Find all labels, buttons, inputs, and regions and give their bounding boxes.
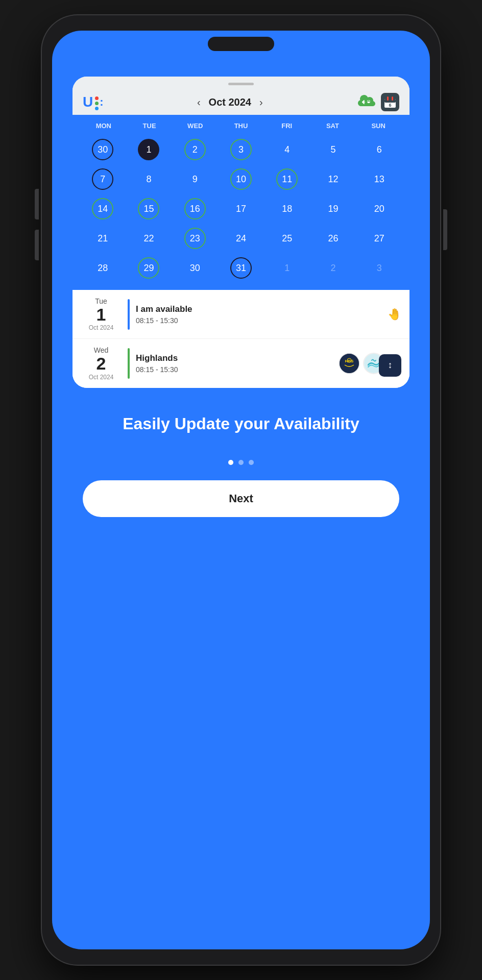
power-button[interactable] [443,209,447,250]
event-day-num-1: 1 [97,305,106,324]
calendar-day-3[interactable]: 3 [219,136,263,163]
day-header-fri: FRI [264,120,310,132]
next-month-button[interactable]: › [259,96,263,108]
calendar-day-27[interactable]: 27 [357,225,401,252]
svg-rect-4 [387,96,389,101]
calendar-day-25[interactable]: 25 [265,225,309,252]
cloud-sync-icon[interactable] [356,92,376,112]
event-month-year-1: Oct 2024 [89,324,114,331]
event-month-year-2: Oct 2024 [89,374,114,381]
calendar-day-21[interactable]: 21 [81,225,125,252]
calendar-day-12[interactable]: 12 [311,165,355,193]
calendar-day-28[interactable]: 28 [81,254,125,282]
dot-2[interactable] [238,460,244,465]
svg-point-7 [340,354,359,373]
calendar-body: MON TUE WED THU FRI SAT SUN 301234567891… [73,115,409,290]
main-title: Easily Update your Availability [102,413,380,435]
calendar-day-31[interactable]: 31 [219,254,263,282]
logo-dots [95,96,99,110]
notch [208,37,274,51]
calendar-day-20[interactable]: 20 [357,195,401,223]
event-bar-2 [128,348,130,379]
event-date-block-2: Wed 2 Oct 2024 [81,346,122,380]
page-dots [228,460,254,465]
calendar-day-8[interactable]: 8 [127,165,171,193]
calendar-day-6[interactable]: 6 [357,136,401,163]
logo-dot-blue [95,107,99,110]
day-header-tue: TUE [127,120,173,132]
calendar-day-17[interactable]: 17 [219,195,263,223]
header-icons: 6 [356,92,399,112]
dot-1[interactable] [228,460,233,465]
phone-screen: U : ‹ Oct 2024 › [52,31,430,949]
event-time-1: 08:15 - 15:30 [136,316,381,325]
scroll-toggle-button[interactable]: ↕ [379,354,401,377]
drag-handle-bar [228,83,254,85]
day-header-sat: SAT [310,120,356,132]
calendar-day-26[interactable]: 26 [311,225,355,252]
day-header-mon: MON [81,120,127,132]
calendar-day-7[interactable]: 7 [81,165,125,193]
calendar-day-2[interactable]: 2 [173,136,217,163]
event-item-1[interactable]: Tue 1 Oct 2024 I am available 08:15 - 15… [73,290,409,339]
calendar-day-15[interactable]: 15 [127,195,171,223]
calendar-day-2[interactable]: 2 [311,254,355,282]
event-day-name-1: Tue [95,297,107,305]
calendar-day-18[interactable]: 18 [265,195,309,223]
svg-rect-5 [392,96,393,101]
svg-text:HBS: HBS [345,359,354,363]
dot-3[interactable] [249,460,254,465]
event-item-2[interactable]: Wed 2 Oct 2024 Highlands 08:15 - 15:30 [73,339,409,387]
calendar-day-11[interactable]: 11 [265,165,309,193]
calendar-day-1[interactable]: 1 [265,254,309,282]
volume-up-button[interactable] [35,189,39,219]
calendar-day-19[interactable]: 19 [311,195,355,223]
drag-handle[interactable] [73,77,409,87]
day-header-wed: WED [172,120,218,132]
day-header-thu: THU [218,120,264,132]
calendar-day-5[interactable]: 5 [311,136,355,163]
event-icons-1: 🤚 [388,308,401,321]
calendar-day-23[interactable]: 23 [173,225,217,252]
event-time-2: 08:15 - 15:30 [136,365,332,374]
day-headers: MON TUE WED THU FRI SAT SUN [81,120,401,132]
school-badge-hbs: HBS [339,353,360,374]
calendar-day-3[interactable]: 3 [357,254,401,282]
calendar-day-22[interactable]: 22 [127,225,171,252]
calendar-day-29[interactable]: 29 [127,254,171,282]
event-day-num-2: 2 [97,354,106,373]
calendar-day-24[interactable]: 24 [219,225,263,252]
calendar-header: U : ‹ Oct 2024 › [73,87,409,115]
hand-raise-icon: 🤚 [388,308,401,321]
calendar-day-30[interactable]: 30 [173,254,217,282]
event-title-2: Highlands [136,353,332,363]
calendar-day-30[interactable]: 30 [81,136,125,163]
calendar-icon[interactable]: 6 [381,93,399,111]
svg-rect-3 [384,99,396,103]
month-navigation: ‹ Oct 2024 › [197,96,263,108]
event-info-1: I am available 08:15 - 15:30 [136,304,381,325]
logo-letter: U [83,95,93,109]
event-title-1: I am available [136,304,381,314]
calendar-day-4[interactable]: 4 [265,136,309,163]
calendar-day-9[interactable]: 9 [173,165,217,193]
day-header-sun: SUN [355,120,401,132]
svg-text:6: 6 [389,103,391,108]
logo-dot-red [95,96,99,100]
phone-frame: U : ‹ Oct 2024 › [42,15,440,965]
volume-down-button[interactable] [35,230,39,260]
calendar-grid: 3012345678910111213141516171819202122232… [81,136,401,282]
next-button[interactable]: Next [83,480,399,517]
event-info-2: Highlands 08:15 - 15:30 [136,353,332,374]
calendar-day-1[interactable]: 1 [127,136,171,163]
event-day-name-2: Wed [94,346,109,354]
calendar-day-13[interactable]: 13 [357,165,401,193]
calendar-day-10[interactable]: 10 [219,165,263,193]
content-area: U : ‹ Oct 2024 › [52,31,430,949]
calendar-day-14[interactable]: 14 [81,195,125,223]
prev-month-button[interactable]: ‹ [197,96,201,108]
calendar-day-16[interactable]: 16 [173,195,217,223]
app-logo: U : [83,94,104,110]
month-label: Oct 2024 [209,96,251,108]
logo-dot-green [95,102,99,105]
